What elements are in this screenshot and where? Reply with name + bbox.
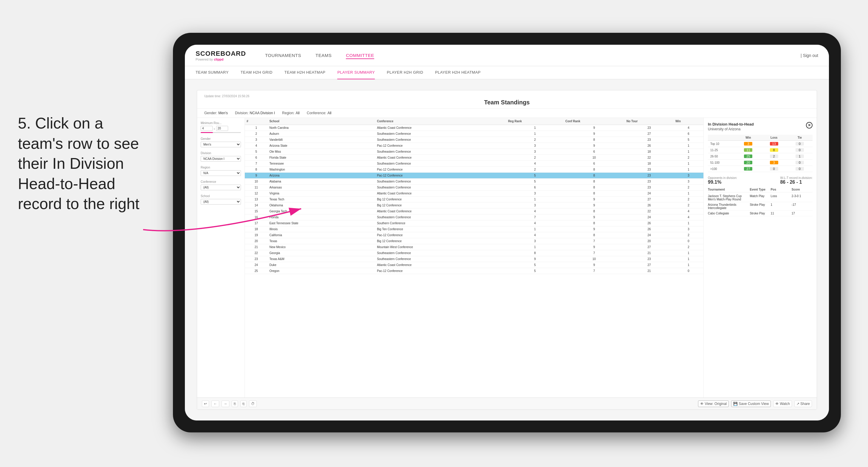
table-row[interactable]: 6 Florida State Atlantic Coast Conferenc… <box>245 155 704 161</box>
table-row[interactable]: 16 Florida Southeastern Conference 7 9 2… <box>245 214 704 220</box>
tournament-row-3[interactable]: Cabo Collegiate Stroke Play 11 17 <box>708 211 812 216</box>
cell-school: Oregon <box>268 268 375 274</box>
conference-select[interactable]: (All) <box>201 185 241 190</box>
watch-button[interactable]: 👁 Watch <box>773 401 792 407</box>
sign-out-text[interactable]: Sign out <box>803 53 818 58</box>
hth-close-button[interactable]: ✕ <box>806 122 812 128</box>
sub-nav-player-h2h-grid[interactable]: PLAYER H2H GRID <box>387 66 423 79</box>
cell-rank: 15 <box>245 209 268 214</box>
cell-conf-rank: 8 <box>563 179 625 185</box>
table-row[interactable]: 8 Washington Pac-12 Conference 2 8 23 1 <box>245 167 704 173</box>
hth-row-100plus[interactable]: >100 27 0 0 <box>708 166 812 172</box>
cell-conference: Southeastern Conference <box>375 214 506 220</box>
gender-select[interactable]: Men's Women's <box>201 142 241 147</box>
eye-icon: 👁 <box>700 402 704 406</box>
cell-school: Florida State <box>268 155 375 161</box>
view-original-button[interactable]: 👁 View: Original <box>698 401 729 407</box>
rounds-max-input[interactable] <box>216 126 228 131</box>
undo-button[interactable]: ↩ <box>202 401 209 407</box>
rounds-min-input[interactable] <box>201 126 213 131</box>
table-row[interactable]: 22 Georgia Southeastern Conference 8 7 2… <box>245 250 704 256</box>
hth-row-51-100[interactable]: 51-100 20 3 0 <box>708 160 812 166</box>
table-row[interactable]: 14 Oklahoma Big 12 Conference 3 9 26 2 <box>245 203 704 209</box>
table-row[interactable]: 15 Georgia Tech Atlantic Coast Conferenc… <box>245 209 704 214</box>
hth-row-11-25[interactable]: 11-25 11 8 0 <box>708 147 812 153</box>
filter-group-rounds: Minimum Rou... - <box>201 121 241 133</box>
division-select[interactable]: NCAA Division I <box>201 156 241 162</box>
rounds-slider[interactable] <box>201 132 241 133</box>
filter-group-gender: Gender Men's Women's <box>201 137 241 147</box>
table-row[interactable]: 4 Arizona State Pac-12 Conference 3 9 26… <box>245 143 704 149</box>
save-custom-label: Save Custom View <box>739 402 769 406</box>
forward-button[interactable]: → <box>221 401 229 407</box>
cell-no-tour: 18 <box>625 161 674 167</box>
table-row[interactable]: 18 Illinois Big Ten Conference 1 9 26 3 <box>245 226 704 232</box>
table-row[interactable]: 3 Vanderbilt Southeastern Conference 2 8… <box>245 137 704 143</box>
sub-nav-player-h2h-heatmap[interactable]: PLAYER H2H HEATMAP <box>435 66 480 79</box>
table-row[interactable]: 25 Oregon Pac-12 Conference 5 7 21 0 <box>245 268 704 274</box>
table-row[interactable]: 7 Tennessee Southeastern Conference 4 6 … <box>245 161 704 167</box>
table-row[interactable]: 1 North Carolina Atlantic Coast Conferen… <box>245 125 704 131</box>
cell-rank: 4 <box>245 143 268 149</box>
sub-nav-team-summary[interactable]: TEAM SUMMARY <box>196 66 229 79</box>
table-row[interactable]: 17 East Tennessee State Southern Confere… <box>245 220 704 226</box>
region-select[interactable]: N/A <box>201 170 241 176</box>
cell-win: 0 <box>674 268 704 274</box>
nav-committee[interactable]: COMMITTEE <box>346 52 374 59</box>
table-row[interactable]: 5 Ole Miss Southeastern Conference 3 6 1… <box>245 149 704 155</box>
cell-school: Ole Miss <box>268 149 375 155</box>
cell-conference: Pac-12 Conference <box>375 173 506 179</box>
table-row[interactable]: 2 Auburn Southeastern Conference 1 9 27 … <box>245 131 704 137</box>
table-row[interactable]: 13 Texas Tech Big 12 Conference 1 9 27 2 <box>245 196 704 203</box>
nav-tournaments[interactable]: TOURNAMENTS <box>265 52 301 59</box>
cell-rank: 5 <box>245 149 268 155</box>
tournament-row-1[interactable]: Jackson T. Stephens Cup Men's Match-Play… <box>708 193 812 202</box>
cell-win: 3 <box>674 179 704 185</box>
table-row[interactable]: 11 Arkansas Southeastern Conference 6 8 … <box>245 185 704 191</box>
cell-conference: Pac-12 Conference <box>375 268 506 274</box>
table-row[interactable]: 20 Texas Big 12 Conference 3 7 20 0 <box>245 238 704 244</box>
save-custom-button[interactable]: 💾 Save Custom View <box>731 401 771 407</box>
cell-conference: Big 12 Conference <box>375 196 506 203</box>
sub-nav-team-h2h-heatmap[interactable]: TEAM H2H HEATMAP <box>284 66 326 79</box>
cell-conference: Southeastern Conference <box>375 256 506 262</box>
table-row[interactable]: 23 Texas A&M Southeastern Conference 9 1… <box>245 256 704 262</box>
school-select[interactable]: (All) <box>201 199 241 205</box>
cell-reg-rank: 2 <box>506 167 563 173</box>
cell-school: Georgia Tech <box>268 209 375 214</box>
back-button[interactable]: ← <box>211 401 219 407</box>
sign-out-link[interactable]: | Sign out <box>801 53 818 58</box>
cell-conf-rank: 7 <box>563 238 625 244</box>
filter-division-value: NCAA Division I <box>250 111 275 115</box>
timer-button[interactable]: ⏱ <box>249 401 257 407</box>
cell-conf-rank: 8 <box>563 232 625 238</box>
cell-no-tour: 26 <box>625 143 674 149</box>
tour-score-3: 17 <box>792 212 812 215</box>
filter-gender-value: Men's <box>218 111 228 115</box>
table-row[interactable]: 24 Duke Atlantic Coast Conference 5 9 27… <box>245 262 704 268</box>
table-row[interactable]: 19 California Pac-12 Conference 4 8 24 2 <box>245 232 704 238</box>
table-row[interactable]: 10 Alabama Southeastern Conference 5 8 2… <box>245 179 704 185</box>
sub-nav-team-h2h-grid[interactable]: TEAM H2H GRID <box>241 66 273 79</box>
cell-conference: Big 12 Conference <box>375 203 506 209</box>
filter-group-conference: Conference (All) <box>201 180 241 190</box>
cell-conference: Southeastern Conference <box>375 179 506 185</box>
cell-conference: Mountain West Conference <box>375 244 506 250</box>
table-row[interactable]: 21 New Mexico Mountain West Conference 1… <box>245 244 704 250</box>
table-row[interactable]: 9 Arizona Pac-12 Conference 5 8 23 3 <box>245 173 704 179</box>
cell-conf-rank: 10 <box>563 256 625 262</box>
app-header: SCOREBOARD Powered by clippd TOURNAMENTS… <box>185 45 829 66</box>
hth-title: In Division Head-to-Head <box>708 122 754 126</box>
table-row[interactable]: 12 Virginia Atlantic Coast Conference 3 … <box>245 191 704 196</box>
tour-result-2: 1 <box>771 203 792 210</box>
cell-no-tour: 23 <box>625 179 674 185</box>
cell-school: Illinois <box>268 226 375 232</box>
copy-button[interactable]: ⎘ <box>232 401 238 407</box>
hth-row-26-50[interactable]: 26-50 25 2 1 <box>708 153 812 160</box>
hth-row-top10[interactable]: Top 10 3 13 0 <box>708 141 812 147</box>
share-button[interactable]: ↗ Share <box>794 401 812 407</box>
nav-teams[interactable]: TEAMS <box>315 52 332 59</box>
paste-button[interactable]: ⎗ <box>240 401 247 407</box>
sub-nav-player-summary[interactable]: PLAYER SUMMARY <box>337 66 375 79</box>
tournament-row-2[interactable]: Arizona Thunderbirds Intercollegiate Str… <box>708 202 812 211</box>
